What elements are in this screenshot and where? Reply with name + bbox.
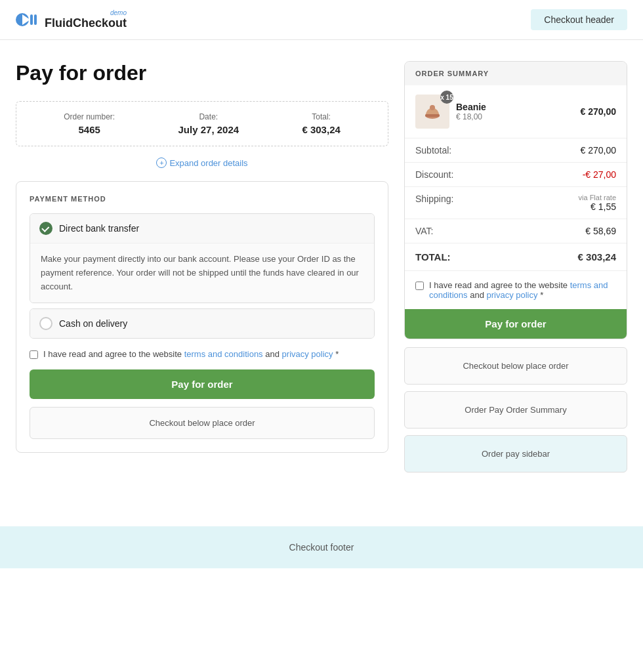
product-name: Beanie (456, 102, 574, 112)
order-number-item: Order number: 5465 (64, 112, 115, 135)
svg-rect-2 (30, 14, 33, 25)
total-value: € 303,24 (578, 251, 616, 262)
subtotal-row: Subtotal: € 270,00 (405, 138, 627, 163)
right-pay-button[interactable]: Pay for order (405, 309, 627, 339)
order-number-label: Order number: (64, 112, 115, 121)
beanie-icon (423, 102, 442, 121)
svg-rect-3 (34, 14, 37, 25)
right-terms-checkbox[interactable] (415, 282, 424, 290)
expand-details-link[interactable]: + Expand order details (156, 158, 247, 168)
order-summary-title: ORDER SUMMARY (405, 62, 627, 85)
product-row: x 15 Beanie € 18,00 € 270,00 (405, 85, 627, 138)
order-date-label: Date: (178, 112, 239, 121)
footer-label: Checkout footer (289, 542, 354, 553)
vat-row: VAT: € 58,69 (405, 219, 627, 243)
logo-area: demo FluidCheckout (16, 8, 127, 32)
bank-transfer-option: Direct bank transfer Make your payment d… (30, 213, 375, 303)
order-total-value: € 303,24 (302, 124, 340, 135)
shipping-value: via Flat rate € 1,55 (579, 194, 616, 212)
vat-value: € 58,69 (585, 226, 616, 236)
left-terms-row: I have read and agree to the website ter… (30, 349, 375, 359)
logo-text: demo FluidCheckout (45, 9, 127, 30)
discount-value: -€ 27,00 (583, 169, 616, 180)
order-date-item: Date: July 27, 2024 (178, 112, 239, 135)
logo-demo-label: demo (45, 9, 127, 16)
expand-details-label: Expand order details (169, 158, 247, 168)
order-pay-summary-box: Order Pay Order Summary (404, 391, 627, 429)
total-label: TOTAL: (415, 251, 451, 262)
logo-name-label: FluidCheckout (45, 16, 127, 30)
shipping-label: Shipping: (415, 194, 453, 212)
product-total-price: € 270,00 (581, 106, 617, 117)
right-terms-text: I have read and agree to the website ter… (429, 280, 616, 300)
discount-label: Discount: (415, 169, 453, 180)
order-date-value: July 27, 2024 (178, 124, 239, 135)
cash-on-delivery-label: Cash on delivery (59, 318, 127, 329)
right-column: ORDER SUMMARY x 15 (404, 61, 627, 479)
order-total-label: Total: (302, 112, 340, 121)
svg-rect-6 (425, 114, 440, 117)
vat-label: VAT: (415, 226, 434, 236)
left-below-place-order: Checkout below place order (30, 407, 375, 439)
subtotal-label: Subtotal: (415, 145, 451, 156)
expand-icon: + (156, 158, 167, 168)
privacy-link[interactable]: privacy policy (282, 349, 333, 359)
product-image-wrapper: x 15 (415, 94, 449, 129)
page-title: Pay for order (16, 61, 388, 85)
product-qty-badge: x 15 (440, 91, 453, 104)
bank-transfer-info: Make your payment directly into our bank… (30, 243, 374, 303)
svg-point-5 (430, 105, 435, 110)
discount-row: Discount: -€ 27,00 (405, 163, 627, 187)
order-number-value: 5465 (64, 124, 115, 135)
checkout-header-badge: Checkout header (531, 9, 627, 30)
payment-section: PAYMENT METHOD Direct bank transfer Make… (16, 181, 388, 453)
main-container: Pay for order Order number: 5465 Date: J… (0, 40, 643, 500)
right-terms-row: I have read and agree to the website ter… (405, 270, 627, 309)
logo-icon (16, 8, 39, 32)
product-unit-price: € 18,00 (456, 112, 574, 121)
order-pay-sidebar-box: Order pay sidebar (404, 435, 627, 472)
cash-on-delivery-header[interactable]: Cash on delivery (30, 309, 374, 338)
order-summary-card: ORDER SUMMARY x 15 (404, 61, 627, 339)
checkout-footer: Checkout footer (0, 526, 643, 568)
subtotal-value: € 270,00 (581, 145, 617, 156)
left-column: Pay for order Order number: 5465 Date: J… (16, 61, 388, 479)
order-total-item: Total: € 303,24 (302, 112, 340, 135)
site-header: demo FluidCheckout Checkout header (0, 0, 643, 40)
terms-link[interactable]: terms and conditions (184, 349, 263, 359)
product-details: Beanie € 18,00 (456, 102, 574, 121)
shipping-via: via Flat rate (579, 194, 616, 201)
cash-on-delivery-radio[interactable] (39, 317, 52, 330)
expand-details-row: + Expand order details (16, 157, 388, 168)
shipping-row: Shipping: via Flat rate € 1,55 (405, 187, 627, 219)
order-info-box: Order number: 5465 Date: July 27, 2024 T… (16, 101, 388, 146)
payment-section-title: PAYMENT METHOD (30, 195, 375, 203)
bank-transfer-radio[interactable] (39, 222, 52, 235)
left-terms-checkbox[interactable] (30, 350, 38, 359)
bank-transfer-label: Direct bank transfer (59, 223, 139, 234)
left-pay-button[interactable]: Pay for order (30, 369, 375, 399)
bank-transfer-header[interactable]: Direct bank transfer (30, 214, 374, 243)
cash-on-delivery-option: Cash on delivery (30, 308, 375, 339)
right-privacy-link[interactable]: privacy policy (486, 290, 537, 300)
total-row: TOTAL: € 303,24 (405, 243, 627, 270)
right-below-place-order: Checkout below place order (404, 347, 627, 385)
left-terms-text: I have read and agree to the website ter… (43, 349, 339, 359)
